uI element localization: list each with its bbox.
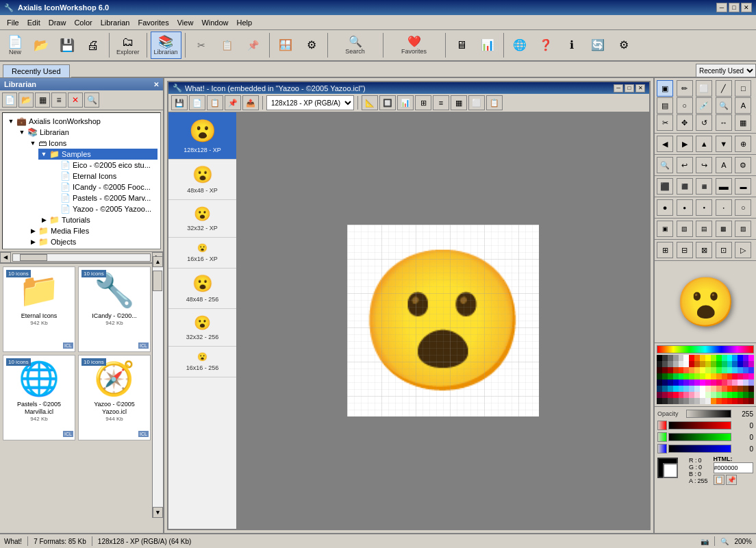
hscroll-thumb[interactable]	[20, 254, 47, 261]
lib-delete-btn[interactable]: ✕	[68, 92, 83, 108]
sp-tool-5[interactable]: ▨	[735, 221, 751, 237]
palette-cell[interactable]	[673, 361, 679, 367]
menu-item-librarian[interactable]: Librarian	[97, 17, 134, 28]
tool-h[interactable]: ↪	[696, 157, 712, 173]
palette-cell[interactable]	[738, 386, 743, 392]
line-tool[interactable]: ╱	[716, 80, 732, 97]
color-spectrum-bar[interactable]	[657, 345, 754, 353]
extra-button[interactable]: ⚙	[612, 32, 636, 59]
ew-btn7[interactable]: ⬜	[468, 95, 485, 110]
palette-cell[interactable]	[743, 379, 748, 386]
palette-cell[interactable]	[657, 379, 662, 386]
tr7-4[interactable]: ⊡	[716, 242, 732, 258]
palette-cell[interactable]	[743, 392, 748, 398]
tool-c[interactable]: ▲	[696, 136, 712, 152]
palette-cell[interactable]	[738, 379, 743, 386]
tree-item-pastels[interactable]: 📄 Pastels - ©2005 Marv...	[49, 192, 158, 203]
palette-cell[interactable]	[732, 386, 738, 392]
tool-e[interactable]: ⊕	[735, 136, 751, 152]
palette-cell[interactable]	[727, 398, 733, 404]
palette-cell[interactable]	[705, 379, 711, 386]
palette-cell[interactable]	[722, 398, 727, 404]
print-button[interactable]: 🖨	[81, 32, 105, 59]
palette-cell[interactable]	[711, 367, 716, 373]
palette-cell[interactable]	[738, 355, 743, 361]
help-button[interactable]: ❓	[533, 32, 558, 59]
palette-cell[interactable]	[743, 355, 748, 361]
palette-cell[interactable]	[662, 367, 668, 373]
icon-format-16-256[interactable]: 😮 16x16 - 256	[168, 347, 236, 377]
palette-cell[interactable]	[732, 355, 738, 361]
palette-cell[interactable]	[689, 379, 694, 386]
palette-cell[interactable]	[711, 398, 716, 404]
new-button[interactable]: 📄 New	[3, 32, 27, 59]
palette-cell[interactable]	[711, 386, 716, 392]
size-5[interactable]: ○	[735, 199, 751, 216]
palette-cell[interactable]	[679, 373, 684, 379]
palette-cell[interactable]	[689, 392, 694, 398]
palette-cell[interactable]	[683, 398, 689, 404]
lib-grid-btn[interactable]: ▦	[35, 92, 50, 108]
palette-cell[interactable]	[738, 392, 743, 398]
ew-export-btn[interactable]: 📤	[242, 95, 259, 110]
menu-item-edit[interactable]: Edit	[23, 17, 45, 28]
r-slider[interactable]	[668, 421, 731, 429]
palette-cell[interactable]	[727, 379, 733, 386]
brush-1[interactable]: ⬛	[657, 178, 673, 195]
palette-cell[interactable]	[748, 398, 754, 404]
palette-cell[interactable]	[657, 392, 662, 398]
sp-tool-2[interactable]: ▧	[677, 221, 693, 237]
palette-cell[interactable]	[694, 392, 700, 398]
palette-cell[interactable]	[705, 367, 711, 373]
scroll-left-btn[interactable]: ◀	[0, 252, 11, 263]
palette-cell[interactable]	[705, 386, 711, 392]
favorites-button[interactable]: ❤️ Favorites	[387, 32, 442, 59]
ew-format-select[interactable]: 128x128 - XP (RGB/A)	[266, 95, 354, 110]
save-button[interactable]: 💾	[55, 32, 79, 59]
search-button[interactable]: 🔍 Search	[331, 32, 379, 59]
tree-item-eico[interactable]: 📄 Eico - ©2005 eico stu...	[49, 160, 158, 171]
sp-tool-4[interactable]: ▩	[716, 221, 732, 237]
palette-cell[interactable]	[673, 379, 679, 386]
move-tool[interactable]: ✥	[677, 114, 693, 131]
ew-copy-btn[interactable]: 📋	[207, 95, 223, 110]
palette-cell[interactable]	[689, 398, 694, 404]
sp-tool-3[interactable]: ▤	[696, 221, 712, 237]
palette-cell[interactable]	[722, 361, 727, 367]
palette-cell[interactable]	[743, 373, 748, 379]
refresh-button[interactable]: 🔄	[585, 32, 610, 59]
tool-g[interactable]: ↩	[677, 157, 693, 173]
palette-cell[interactable]	[694, 373, 700, 379]
explorer-button[interactable]: 🗂 Explorer	[113, 32, 143, 59]
palette-cell[interactable]	[732, 373, 738, 379]
eraser-tool[interactable]: ⬜	[696, 80, 712, 97]
flip-tool[interactable]: ↔	[716, 114, 732, 131]
palette-cell[interactable]	[727, 386, 733, 392]
palette-cell[interactable]	[662, 361, 668, 367]
size-1[interactable]: ●	[657, 199, 673, 216]
palette-cell[interactable]	[662, 398, 668, 404]
palette-cell[interactable]	[683, 392, 689, 398]
text-tool[interactable]: A	[735, 97, 751, 114]
ew-btn1[interactable]: 📐	[362, 95, 378, 110]
open-button[interactable]: 📂	[29, 32, 53, 59]
lib-open-btn[interactable]: 📂	[18, 92, 34, 108]
palette-cell[interactable]	[732, 361, 738, 367]
g-slider[interactable]	[668, 433, 731, 441]
palette-cell[interactable]	[657, 355, 662, 361]
ew-btn8[interactable]: 📋	[486, 95, 503, 110]
palette-cell[interactable]	[711, 373, 716, 379]
scroll-up-btn[interactable]: ▲	[153, 256, 163, 267]
info-button[interactable]: ℹ	[559, 32, 584, 59]
palette-cell[interactable]	[732, 379, 738, 386]
palette-cell[interactable]	[716, 398, 722, 404]
palette-cell[interactable]	[694, 355, 700, 361]
palette-cell[interactable]	[668, 379, 673, 386]
ew-close-btn[interactable]: ✕	[635, 84, 645, 92]
palette-cell[interactable]	[722, 392, 727, 398]
palette-cell[interactable]	[716, 386, 722, 392]
palette-cell[interactable]	[668, 361, 673, 367]
palette-cell[interactable]	[732, 392, 738, 398]
palette-cell[interactable]	[722, 367, 727, 373]
palette-cell[interactable]	[673, 392, 679, 398]
